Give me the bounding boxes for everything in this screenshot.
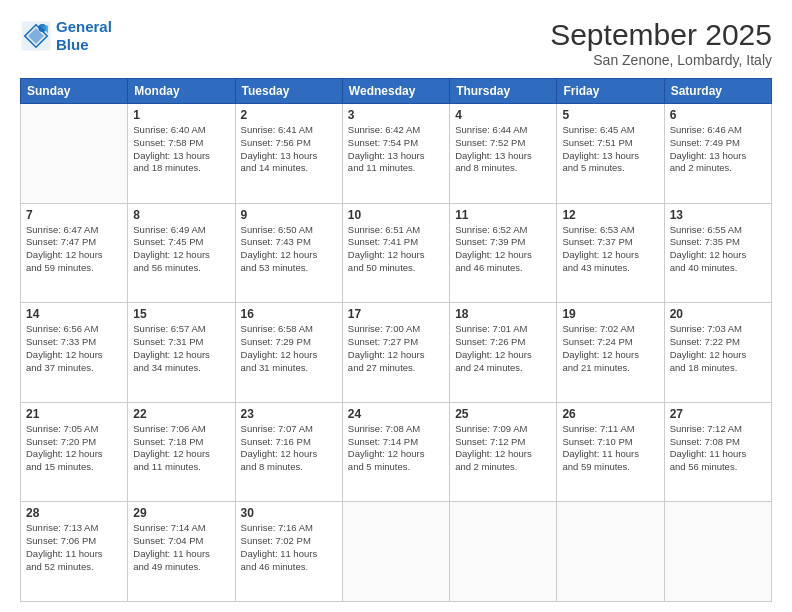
calendar-cell: 16Sunrise: 6:58 AM Sunset: 7:29 PM Dayli… (235, 303, 342, 403)
calendar-cell: 21Sunrise: 7:05 AM Sunset: 7:20 PM Dayli… (21, 402, 128, 502)
calendar-cell: 1Sunrise: 6:40 AM Sunset: 7:58 PM Daylig… (128, 104, 235, 204)
calendar-cell (21, 104, 128, 204)
page: General Blue September 2025 San Zenone, … (0, 0, 792, 612)
day-number: 23 (241, 407, 337, 421)
calendar-cell: 18Sunrise: 7:01 AM Sunset: 7:26 PM Dayli… (450, 303, 557, 403)
title-block: September 2025 San Zenone, Lombardy, Ita… (550, 18, 772, 68)
calendar-cell: 17Sunrise: 7:00 AM Sunset: 7:27 PM Dayli… (342, 303, 449, 403)
day-info: Sunrise: 7:16 AM Sunset: 7:02 PM Dayligh… (241, 522, 337, 573)
day-info: Sunrise: 6:53 AM Sunset: 7:37 PM Dayligh… (562, 224, 658, 275)
day-info: Sunrise: 6:55 AM Sunset: 7:35 PM Dayligh… (670, 224, 766, 275)
day-number: 1 (133, 108, 229, 122)
calendar-week-3: 14Sunrise: 6:56 AM Sunset: 7:33 PM Dayli… (21, 303, 772, 403)
day-info: Sunrise: 6:40 AM Sunset: 7:58 PM Dayligh… (133, 124, 229, 175)
day-number: 20 (670, 307, 766, 321)
day-info: Sunrise: 7:02 AM Sunset: 7:24 PM Dayligh… (562, 323, 658, 374)
day-info: Sunrise: 7:09 AM Sunset: 7:12 PM Dayligh… (455, 423, 551, 474)
calendar-cell (450, 502, 557, 602)
day-number: 19 (562, 307, 658, 321)
day-info: Sunrise: 6:58 AM Sunset: 7:29 PM Dayligh… (241, 323, 337, 374)
day-info: Sunrise: 6:45 AM Sunset: 7:51 PM Dayligh… (562, 124, 658, 175)
day-info: Sunrise: 7:06 AM Sunset: 7:18 PM Dayligh… (133, 423, 229, 474)
day-info: Sunrise: 6:57 AM Sunset: 7:31 PM Dayligh… (133, 323, 229, 374)
calendar-cell: 27Sunrise: 7:12 AM Sunset: 7:08 PM Dayli… (664, 402, 771, 502)
day-number: 13 (670, 208, 766, 222)
day-info: Sunrise: 7:03 AM Sunset: 7:22 PM Dayligh… (670, 323, 766, 374)
day-info: Sunrise: 7:05 AM Sunset: 7:20 PM Dayligh… (26, 423, 122, 474)
calendar-week-4: 21Sunrise: 7:05 AM Sunset: 7:20 PM Dayli… (21, 402, 772, 502)
day-number: 30 (241, 506, 337, 520)
day-info: Sunrise: 7:14 AM Sunset: 7:04 PM Dayligh… (133, 522, 229, 573)
day-info: Sunrise: 7:01 AM Sunset: 7:26 PM Dayligh… (455, 323, 551, 374)
calendar-header-monday: Monday (128, 79, 235, 104)
calendar-cell: 14Sunrise: 6:56 AM Sunset: 7:33 PM Dayli… (21, 303, 128, 403)
day-number: 10 (348, 208, 444, 222)
calendar-header-tuesday: Tuesday (235, 79, 342, 104)
day-number: 17 (348, 307, 444, 321)
day-number: 14 (26, 307, 122, 321)
logo: General Blue (20, 18, 112, 54)
day-info: Sunrise: 7:11 AM Sunset: 7:10 PM Dayligh… (562, 423, 658, 474)
day-info: Sunrise: 7:07 AM Sunset: 7:16 PM Dayligh… (241, 423, 337, 474)
calendar-cell (557, 502, 664, 602)
day-number: 12 (562, 208, 658, 222)
calendar-cell: 19Sunrise: 7:02 AM Sunset: 7:24 PM Dayli… (557, 303, 664, 403)
day-info: Sunrise: 6:51 AM Sunset: 7:41 PM Dayligh… (348, 224, 444, 275)
calendar-cell: 20Sunrise: 7:03 AM Sunset: 7:22 PM Dayli… (664, 303, 771, 403)
calendar-cell: 5Sunrise: 6:45 AM Sunset: 7:51 PM Daylig… (557, 104, 664, 204)
calendar-cell: 22Sunrise: 7:06 AM Sunset: 7:18 PM Dayli… (128, 402, 235, 502)
logo-text: General Blue (56, 18, 112, 54)
calendar-cell: 8Sunrise: 6:49 AM Sunset: 7:45 PM Daylig… (128, 203, 235, 303)
day-number: 18 (455, 307, 551, 321)
calendar-cell: 29Sunrise: 7:14 AM Sunset: 7:04 PM Dayli… (128, 502, 235, 602)
calendar-cell: 3Sunrise: 6:42 AM Sunset: 7:54 PM Daylig… (342, 104, 449, 204)
calendar-cell: 26Sunrise: 7:11 AM Sunset: 7:10 PM Dayli… (557, 402, 664, 502)
day-number: 29 (133, 506, 229, 520)
calendar-week-2: 7Sunrise: 6:47 AM Sunset: 7:47 PM Daylig… (21, 203, 772, 303)
day-number: 26 (562, 407, 658, 421)
day-info: Sunrise: 6:56 AM Sunset: 7:33 PM Dayligh… (26, 323, 122, 374)
day-info: Sunrise: 7:08 AM Sunset: 7:14 PM Dayligh… (348, 423, 444, 474)
calendar-cell: 15Sunrise: 6:57 AM Sunset: 7:31 PM Dayli… (128, 303, 235, 403)
calendar-header-thursday: Thursday (450, 79, 557, 104)
day-number: 21 (26, 407, 122, 421)
location-title: San Zenone, Lombardy, Italy (550, 52, 772, 68)
calendar-cell: 30Sunrise: 7:16 AM Sunset: 7:02 PM Dayli… (235, 502, 342, 602)
day-number: 5 (562, 108, 658, 122)
day-number: 28 (26, 506, 122, 520)
calendar-cell: 13Sunrise: 6:55 AM Sunset: 7:35 PM Dayli… (664, 203, 771, 303)
calendar-cell: 25Sunrise: 7:09 AM Sunset: 7:12 PM Dayli… (450, 402, 557, 502)
day-info: Sunrise: 6:49 AM Sunset: 7:45 PM Dayligh… (133, 224, 229, 275)
day-number: 15 (133, 307, 229, 321)
calendar-cell: 2Sunrise: 6:41 AM Sunset: 7:56 PM Daylig… (235, 104, 342, 204)
day-number: 8 (133, 208, 229, 222)
month-title: September 2025 (550, 18, 772, 52)
day-number: 25 (455, 407, 551, 421)
calendar-cell: 24Sunrise: 7:08 AM Sunset: 7:14 PM Dayli… (342, 402, 449, 502)
calendar-cell (664, 502, 771, 602)
day-number: 9 (241, 208, 337, 222)
calendar-table: SundayMondayTuesdayWednesdayThursdayFrid… (20, 78, 772, 602)
calendar-cell: 12Sunrise: 6:53 AM Sunset: 7:37 PM Dayli… (557, 203, 664, 303)
calendar-header-sunday: Sunday (21, 79, 128, 104)
calendar-cell: 4Sunrise: 6:44 AM Sunset: 7:52 PM Daylig… (450, 104, 557, 204)
day-number: 4 (455, 108, 551, 122)
calendar-cell: 10Sunrise: 6:51 AM Sunset: 7:41 PM Dayli… (342, 203, 449, 303)
day-number: 6 (670, 108, 766, 122)
day-info: Sunrise: 6:42 AM Sunset: 7:54 PM Dayligh… (348, 124, 444, 175)
day-number: 24 (348, 407, 444, 421)
day-info: Sunrise: 6:52 AM Sunset: 7:39 PM Dayligh… (455, 224, 551, 275)
day-info: Sunrise: 6:41 AM Sunset: 7:56 PM Dayligh… (241, 124, 337, 175)
day-info: Sunrise: 6:44 AM Sunset: 7:52 PM Dayligh… (455, 124, 551, 175)
day-info: Sunrise: 6:50 AM Sunset: 7:43 PM Dayligh… (241, 224, 337, 275)
day-number: 7 (26, 208, 122, 222)
day-info: Sunrise: 7:13 AM Sunset: 7:06 PM Dayligh… (26, 522, 122, 573)
calendar-cell: 28Sunrise: 7:13 AM Sunset: 7:06 PM Dayli… (21, 502, 128, 602)
calendar-header-friday: Friday (557, 79, 664, 104)
calendar-cell: 9Sunrise: 6:50 AM Sunset: 7:43 PM Daylig… (235, 203, 342, 303)
calendar-cell: 23Sunrise: 7:07 AM Sunset: 7:16 PM Dayli… (235, 402, 342, 502)
day-info: Sunrise: 7:00 AM Sunset: 7:27 PM Dayligh… (348, 323, 444, 374)
calendar-cell: 6Sunrise: 6:46 AM Sunset: 7:49 PM Daylig… (664, 104, 771, 204)
header: General Blue September 2025 San Zenone, … (20, 18, 772, 68)
day-number: 22 (133, 407, 229, 421)
